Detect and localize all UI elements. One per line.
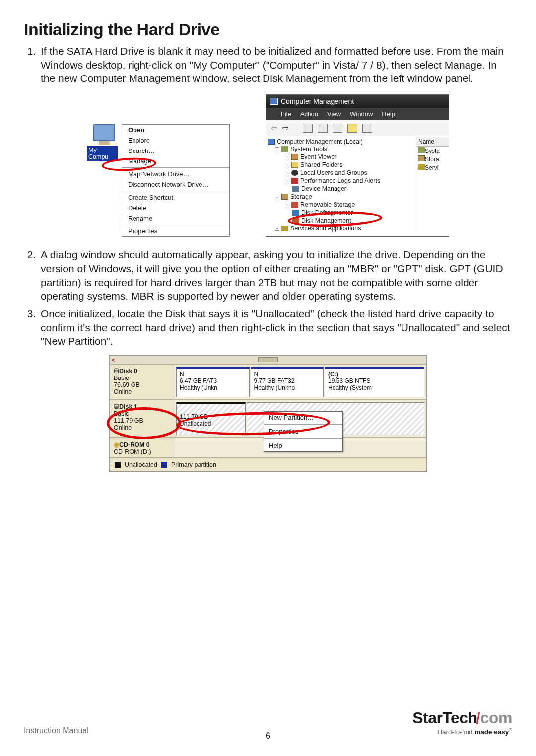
menu-delete[interactable]: Delete — [122, 203, 229, 213]
col2-row-3[interactable]: Servi — [416, 163, 449, 172]
disk0-vol-c[interactable]: (C:)19.53 GB NTFSHealthy (System — [325, 367, 424, 397]
menu-window[interactable]: Window — [350, 110, 373, 118]
label: Disk Management — [301, 217, 351, 224]
toolbar-btn-2[interactable] — [318, 124, 328, 133]
toolbar-btn-1[interactable] — [303, 124, 313, 133]
collapse-icon[interactable]: - — [275, 195, 279, 199]
users-icon — [291, 170, 298, 176]
expand-icon[interactable]: + — [285, 203, 289, 207]
tree-services-apps[interactable]: +Services and Applications — [275, 225, 413, 232]
disk-1-status: Online — [114, 424, 170, 431]
label: Event Viewer — [300, 153, 336, 160]
menu-help[interactable]: Help — [264, 440, 342, 451]
dm-legend: Unallocated Primary partition — [110, 458, 426, 471]
col2-row-2[interactable]: Stora — [416, 155, 449, 163]
cdrom-icon: ◉ — [114, 441, 119, 448]
menu-create-shortcut[interactable]: Create Shortcut — [122, 192, 229, 203]
toolbar-btn-3[interactable] — [333, 124, 342, 133]
event-icon — [291, 154, 298, 160]
legend-swatch-primary — [161, 462, 167, 468]
tree-device-manager[interactable]: Device Manager — [285, 185, 413, 193]
menu-map-drive[interactable]: Map Network Drive… — [122, 169, 229, 179]
disk-1-type: Basic — [114, 410, 170, 417]
label: Services and Applications — [290, 225, 361, 232]
dm-scrollbar[interactable]: < — [110, 356, 426, 365]
menu-action[interactable]: Action — [300, 110, 318, 118]
label: System Tools — [290, 146, 327, 152]
disk-0-size: 76.69 GB — [114, 381, 170, 388]
disk-0-info[interactable]: ⛁Disk 0 Basic 76.69 GB Online — [110, 365, 174, 399]
menu-properties[interactable]: Properties — [122, 226, 229, 236]
figure-row: My Compu Open Explore Search… Manage Map… — [24, 94, 512, 237]
label: Shared Folders — [300, 161, 342, 168]
tree-removable-storage[interactable]: +Removable Storage — [285, 201, 413, 209]
forward-icon[interactable]: ⇨ — [282, 123, 289, 133]
instruction-list: If the SATA Hard Drive is blank it may n… — [24, 44, 512, 85]
tree-local-users[interactable]: +Local Users and Groups — [285, 169, 413, 177]
expand-icon[interactable]: + — [285, 163, 289, 167]
expand-icon[interactable]: + — [285, 171, 289, 175]
tree-system-tools[interactable]: - System Tools — [275, 145, 413, 153]
removable-icon — [291, 202, 298, 208]
legend-swatch-unallocated — [115, 462, 121, 468]
defrag-icon — [292, 210, 299, 216]
scroll-thumb[interactable] — [258, 357, 278, 362]
brand-block: StarTechcom Hard-to-find made easy® — [412, 709, 512, 736]
col2-row-1[interactable]: Systa — [416, 147, 449, 155]
collapse-icon[interactable]: - — [275, 147, 279, 151]
menu-explore[interactable]: Explore — [122, 135, 229, 146]
tree-disk-defragmenter[interactable]: Disk Defragmenter — [285, 209, 413, 217]
perf-icon — [291, 178, 298, 184]
brand-tagline: Hard-to-find made easy® — [412, 727, 512, 736]
cdrom-info[interactable]: ◉CD-ROM 0 CD-ROM (D:) — [110, 438, 174, 457]
disk0-vol-1[interactable]: N6.47 GB FAT3Healthy (Unkn — [176, 367, 250, 397]
cm-toolbar: ⇦ ⇨ — [266, 120, 449, 136]
disk-icon: ⛁ — [114, 403, 119, 410]
toolbar-btn-4[interactable] — [347, 124, 357, 133]
storage-icon — [281, 194, 288, 200]
my-computer-icon[interactable]: My Compu — [87, 124, 122, 161]
toolbar-btn-5[interactable] — [362, 124, 372, 133]
menu-rename[interactable]: Rename — [122, 213, 229, 224]
menu-file[interactable]: File — [281, 110, 291, 118]
expand-icon[interactable]: + — [285, 155, 289, 159]
step-1: If the SATA Hard Drive is blank it may n… — [39, 44, 512, 85]
disk0-vol-2[interactable]: N9.77 GB FAT32Healthy (Unkno — [251, 367, 324, 397]
my-computer-label: My Compu — [87, 146, 118, 161]
menu-view[interactable]: View — [327, 110, 341, 118]
label: Performance Logs and Alerts — [300, 177, 380, 184]
disk-1-info[interactable]: ⛁Disk 1 Basic 111.79 GB Online — [110, 400, 174, 437]
services-icon — [418, 164, 425, 170]
menu-open[interactable]: Open — [122, 125, 229, 135]
menu-help[interactable]: Help — [382, 110, 395, 118]
menu-search[interactable]: Search… — [122, 146, 229, 156]
label: Disk Defragmenter — [301, 209, 353, 216]
folder-icon — [291, 162, 298, 168]
scroll-left-icon[interactable]: < — [112, 357, 115, 364]
tree-perf-logs[interactable]: +Performance Logs and Alerts — [285, 177, 413, 185]
cm-title-icon — [270, 98, 278, 105]
tools-icon — [281, 146, 288, 152]
disk-icon: ⛁ — [114, 368, 119, 375]
menu-new-partition[interactable]: New Partition… — [264, 412, 342, 423]
tree-shared-folders[interactable]: +Shared Folders — [285, 161, 413, 169]
legend-unallocated: Unallocated — [125, 461, 157, 468]
menu-properties[interactable]: Properties — [264, 426, 342, 437]
menu-manage[interactable]: Manage — [122, 156, 229, 166]
tree-event-viewer[interactable]: +Event Viewer — [285, 153, 413, 161]
tree-storage[interactable]: -Storage — [275, 193, 413, 201]
back-icon[interactable]: ⇦ — [271, 123, 277, 133]
figure-disk-management: < ⛁Disk 0 Basic 76.69 GB Online N6.47 GB… — [109, 355, 427, 472]
tree-root[interactable]: Computer Management (Local) — [268, 138, 413, 145]
expand-icon[interactable]: + — [285, 179, 289, 183]
disk-0-status: Online — [114, 388, 170, 395]
disk1-unallocated[interactable]: 111.79 GB Unallocated — [176, 402, 246, 435]
tree-disk-management[interactable]: Disk Management — [285, 217, 413, 225]
page-number: 6 — [266, 731, 270, 741]
disk-0-type: Basic — [114, 375, 170, 381]
disk-1-size: 111.79 GB — [114, 417, 170, 424]
context-menu: Open Explore Search… Manage Map Network … — [122, 124, 230, 237]
menu-disconnect-drive[interactable]: Disconnect Network Drive… — [122, 179, 229, 190]
expand-icon[interactable]: + — [275, 227, 279, 231]
device-icon — [292, 186, 299, 192]
